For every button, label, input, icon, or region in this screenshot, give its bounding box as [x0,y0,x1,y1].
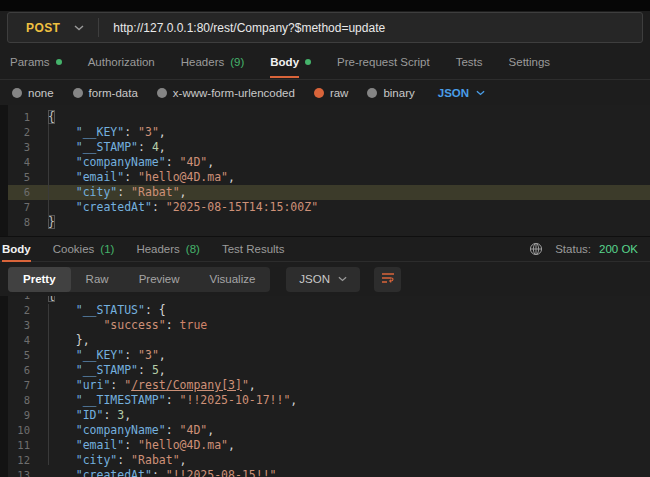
chevron-down-icon [476,90,485,96]
code-line: 6 "city": "Rabat", [8,185,650,200]
code-text: "email": "hello@4D.ma", [40,170,235,185]
code-text: "__KEY": "3", [40,125,166,140]
response-tab-headers[interactable]: Headers(8) [136,237,200,261]
mode-label: form-data [89,87,138,99]
radio-icon [367,88,377,98]
mode-label: x-www-form-urlencoded [173,87,295,99]
tab-count: (8) [186,243,200,255]
url-input[interactable]: http://127.0.0.1:80/rest/Company?$method… [113,21,385,35]
body-mode-radio-raw[interactable]: raw [314,87,349,99]
unsaved-dot-icon [56,59,62,65]
tab-tests[interactable]: Tests [456,45,483,79]
globe-icon[interactable] [529,242,543,256]
response-tab-test-results[interactable]: Test Results [222,237,285,261]
code-line: 12 "city": "Rabat", [8,453,650,468]
tab-params[interactable]: Params [10,45,62,79]
line-number: 9 [8,408,40,423]
code-line: 5 "email": "hello@4D.ma", [8,170,650,185]
tab-label: Cookies [53,236,95,262]
request-body-editor[interactable]: 1{2 "__KEY": "3",3 "__STAMP": 4,4 "compa… [0,105,650,236]
code-line: 3 "success": true [8,318,650,333]
radio-icon [157,88,167,98]
tab-pre-request-script[interactable]: Pre-request Script [337,45,430,79]
tab-label: Settings [509,46,551,78]
code-line: 1{ [8,296,650,303]
mode-label: binary [383,87,414,99]
line-number: 4 [8,155,40,170]
line-number: 1 [8,110,40,125]
tab-label: Params [10,46,50,78]
body-mode-radio-none[interactable]: none [12,87,54,99]
radio-icon [12,88,22,98]
chevron-down-icon [74,25,84,31]
code-line: 2 "__STATUS": { [8,303,650,318]
line-number: 11 [8,438,40,453]
response-body-editor[interactable]: 1{2 "__STATUS": {3 "success": true4 },5 … [0,296,650,477]
code-line: 8 "__TIMESTAMP": "!!2025-10-17!!", [8,393,650,408]
line-number: 3 [8,140,40,155]
tab-label: Pre-request Script [337,46,430,78]
code-line: 7 "uri": "/rest/Company[3]", [8,378,650,393]
method-label: POST [26,21,60,35]
code-text: "__TIMESTAMP": "!!2025-10-17!!", [40,393,297,408]
tab-label: Authorization [88,46,155,78]
tab-headers[interactable]: Headers(9) [181,45,245,79]
code-line: 5 "__KEY": "3", [8,348,650,363]
line-number: 8 [8,393,40,408]
code-line: 3 "__STAMP": 4, [8,140,650,155]
wrap-text-button[interactable] [374,267,401,292]
tab-body[interactable]: Body [270,45,311,79]
code-text: "createdAt": "2025-08-15T14:15:00Z" [40,200,318,215]
line-number: 3 [8,318,40,333]
view-toggle-visualize[interactable]: Visualize [195,267,271,292]
code-line: 2 "__KEY": "3", [8,125,650,140]
body-mode-row: noneform-datax-www-form-urlencodedrawbin… [0,80,650,105]
code-text: "city": "Rabat", [40,453,187,468]
line-number: 10 [8,423,40,438]
status-value: 200 OK [599,243,638,255]
view-toggle-raw[interactable]: Raw [71,267,124,292]
uri-link[interactable]: /rest/Company[3] [131,378,242,392]
method-selector[interactable]: POST [8,21,84,35]
view-toggle-pretty[interactable]: Pretty [8,267,71,292]
response-tab-cookies[interactable]: Cookies(1) [53,237,115,261]
code-text: "companyName": "4D", [40,155,214,170]
code-line: 13 "createdAt": "!!2025-08-15!!" [8,468,650,477]
line-number: 7 [8,378,40,393]
indent-guide [48,304,49,465]
tab-settings[interactable]: Settings [509,45,551,79]
line-number: 1 [8,296,40,303]
code-line: 8} [8,215,650,230]
tab-count: (1) [100,243,114,255]
unsaved-dot-icon [305,59,311,65]
body-mode-radio-form-data[interactable]: form-data [73,87,138,99]
indent-guide [48,124,49,219]
format-select-json[interactable]: JSON [438,87,485,99]
code-text: "uri": "/rest/Company[3]", [40,378,256,393]
code-text: { [40,296,55,303]
window-top-strip [0,0,650,11]
code-text: "ID": 3, [40,408,131,423]
status-label: Status: [555,243,591,255]
response-tab-body[interactable]: Body [2,237,31,261]
body-mode-radio-binary[interactable]: binary [367,87,414,99]
code-text: "companyName": "4D", [40,423,214,438]
code-text: "__STATUS": { [40,303,166,318]
view-toggle-preview[interactable]: Preview [124,267,195,292]
line-number: 2 [8,125,40,140]
response-format-label: JSON [299,273,330,285]
tab-label: Test Results [222,236,285,262]
body-mode-radio-x-www-form-urlencoded[interactable]: x-www-form-urlencoded [157,87,295,99]
code-line: 7 "createdAt": "2025-08-15T14:15:00Z" [8,200,650,215]
tab-count: (9) [230,56,244,68]
tab-authorization[interactable]: Authorization [88,45,155,79]
response-section-header: BodyCookies(1)Headers(8)Test Results Sta… [0,236,650,262]
response-format-select[interactable]: JSON [286,267,360,292]
code-text: { [40,110,55,125]
tab-label: Body [270,46,299,78]
line-number: 6 [8,363,40,378]
tab-label: Tests [456,46,483,78]
line-number: 13 [8,468,40,477]
tab-label: Headers [136,236,179,262]
line-number: 12 [8,453,40,468]
